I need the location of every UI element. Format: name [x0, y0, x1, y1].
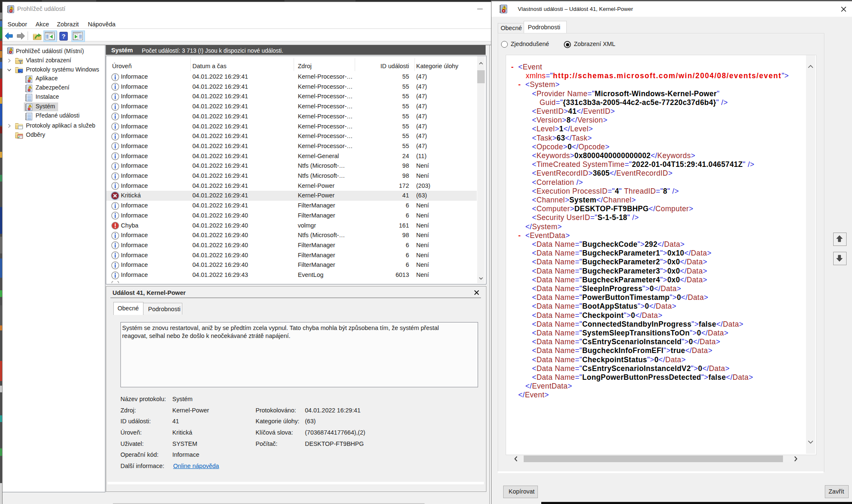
svg-text:?: ? [61, 33, 65, 40]
